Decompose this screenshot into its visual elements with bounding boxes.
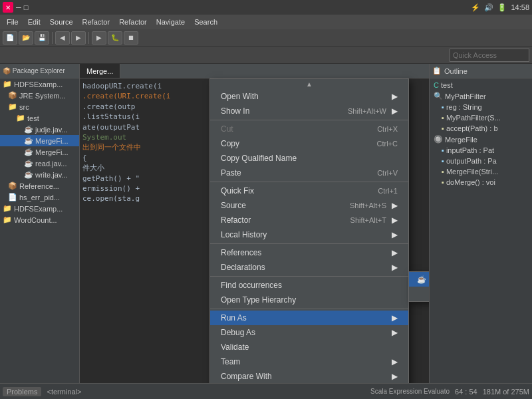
java-write-icon: ☕ — [24, 170, 33, 179]
menu-bar: File Edit Source Refactor Refactor Navig… — [0, 15, 532, 29]
toolbar-open-button[interactable]: 📂 — [19, 31, 33, 45]
tree-item-judje[interactable]: ☕ judje.jav... — [0, 124, 79, 135]
cm-refactor[interactable]: Refactor Shift+Alt+T ▶ — [210, 213, 408, 227]
outline-item-mypathfilter-ctor[interactable]: ▪ MyPathFilter(S... — [431, 112, 531, 123]
menu-navigate[interactable]: Navigate — [152, 17, 189, 27]
menu-edit[interactable]: Edit — [24, 17, 45, 27]
cm-run-as[interactable]: Run As ▶ — [210, 311, 408, 325]
cm-quick-fix[interactable]: Quick Fix Ctrl+1 — [210, 184, 408, 198]
java-file-icon-selected: ☕ — [24, 136, 33, 145]
tree-item-mergefile-selected[interactable]: ☕ MergeFi... — [0, 135, 79, 146]
run-configurations-item[interactable]: Run Configurations... — [409, 287, 429, 301]
tree-item-jresystem[interactable]: 📦 JRE System... — [0, 90, 79, 101]
cm-declarations[interactable]: Declarations ▶ — [210, 260, 408, 275]
tree-item-write[interactable]: ☕ write.jav... — [0, 169, 79, 180]
tree-item-src[interactable]: 📁 src — [0, 101, 79, 112]
outline-filter-icon: 🔍 — [434, 92, 443, 100]
cm-open-type-hierarchy[interactable]: Open Type Hierarchy — [210, 293, 408, 307]
status-coords: 64 : 54 — [455, 388, 477, 396]
outline-panel: 📋 Outline C test 🔍 MyPathFilter ▪ reg : … — [429, 64, 532, 383]
toolbar-new-button[interactable]: 📄 — [3, 31, 17, 45]
quick-access-input[interactable] — [450, 49, 529, 62]
menu-source[interactable]: Source — [46, 17, 77, 27]
toolbar-run-button[interactable]: ▶ — [92, 31, 106, 45]
battery-icon: 🔋 — [497, 3, 507, 12]
outline-item-mypathfilter[interactable]: 🔍 MyPathFilter — [431, 90, 531, 102]
package-icon: 📦 — [8, 91, 17, 100]
window-minimize-button[interactable]: ─ — [16, 3, 21, 11]
package-explorer-title: 📦 Package Explorer — [3, 67, 65, 74]
outline-merge-icon: 🔘 — [434, 135, 443, 144]
toolbar-debug-button[interactable]: 🐛 — [108, 31, 122, 45]
menu-refactor1[interactable]: Refactor — [78, 17, 114, 27]
folder-icon-2: 📁 — [3, 204, 12, 213]
editor-tab-bar: Merge... — [80, 64, 429, 78]
menu-refactor2[interactable]: Refactor — [115, 17, 151, 27]
outline-panel-header: 📋 Outline — [430, 64, 532, 78]
window-close-button[interactable]: ✕ — [3, 2, 13, 13]
ref-icon: 📦 — [8, 182, 17, 190]
outline-item-inputpath[interactable]: ▪ inputPath : Pat — [431, 145, 531, 156]
java-app-icon: ☕ — [417, 275, 426, 284]
cm-open-with[interactable]: Open With ▶ — [210, 89, 408, 104]
cm-copy[interactable]: Copy Ctrl+C — [210, 136, 408, 151]
context-menu-overlay: ▲ Open With ▶ Show In Shift+Alt+W ▶ Cut … — [209, 78, 409, 383]
quick-access-bar — [0, 47, 532, 64]
outline-item-accept[interactable]: ▪ accept(Path) : b — [431, 123, 531, 134]
tree-item-hdfsexamp2[interactable]: 📁 HDFSExamp... — [0, 203, 79, 214]
system-bar: ✕ ─ □ ⚡ 🔊 🔋 14:58 — [0, 0, 532, 15]
cm-sep-2 — [210, 182, 408, 182]
cm-find-occurrences[interactable]: Find occurrences — [210, 278, 408, 293]
cm-source[interactable]: Source Shift+Alt+S ▶ — [210, 198, 408, 213]
run-as-submenu: ☕ 1 Java Application Run Configurations.… — [408, 271, 429, 302]
outline-item-mergefile-ctor[interactable]: ▪ MergeFile(Stri... — [431, 166, 531, 177]
file-icon: 📄 — [8, 193, 17, 201]
editor-area: Merge... hadoopURI.create(i .create(URI.… — [80, 64, 429, 383]
problems-tab[interactable]: Problems — [3, 387, 41, 396]
bluetooth-icon: ⚡ — [471, 3, 480, 12]
tree-item-wordcount[interactable]: 📁 WordCount... — [0, 214, 79, 225]
folder-icon: 📁 — [3, 80, 12, 88]
bottom-panel: Problems <terminal> Scala Expression Eva… — [0, 383, 532, 399]
cm-show-in[interactable]: Show In Shift+Alt+W ▶ — [210, 104, 408, 118]
cm-sep-3 — [210, 243, 408, 244]
tree-item-hserr[interactable]: 📄 hs_err_pid... — [0, 192, 79, 203]
cm-local-history[interactable]: Local History ▶ — [210, 227, 408, 242]
toolbar-save-button[interactable]: 💾 — [35, 31, 49, 45]
menu-search[interactable]: Search — [190, 17, 221, 27]
tree-item-hdfsexamp1[interactable]: 📁 HDFSExamp... — [0, 78, 79, 90]
cm-team[interactable]: Team ▶ — [210, 354, 408, 369]
cm-paste[interactable]: Paste Ctrl+V — [210, 166, 408, 180]
toolbar-stop-button[interactable]: ⏹ — [124, 31, 138, 45]
tree-item-read[interactable]: ☕ read.jav... — [0, 158, 79, 169]
window-maximize-button[interactable]: □ — [24, 3, 29, 11]
menu-file[interactable]: File — [3, 17, 23, 27]
outline-item-mergefile[interactable]: 🔘 MergeFile — [431, 134, 531, 145]
cm-references[interactable]: References ▶ — [210, 245, 408, 260]
toolbar-separator-2 — [88, 32, 89, 44]
outline-item-outputpath[interactable]: ▪ outputPath : Pa — [431, 156, 531, 166]
cm-scroll-up[interactable]: ▲ — [210, 79, 408, 89]
tree-item-reference[interactable]: 📦 Reference... — [0, 180, 79, 192]
outline-item-domerge[interactable]: ▪ doMerge() : voi — [431, 177, 531, 188]
memory-status: 181M of 275M — [483, 388, 529, 396]
cm-debug-as[interactable]: Debug As ▶ — [210, 325, 408, 340]
tree-item-mergefile2[interactable]: ☕ MergeFi... — [0, 146, 79, 158]
cm-cut: Cut Ctrl+X — [210, 122, 408, 136]
package-explorer-panel: 📦 Package Explorer 📁 HDFSExamp... 📦 JRE … — [0, 64, 80, 383]
tree-item-test[interactable]: 📁 test — [0, 112, 79, 124]
cm-copy-qualified[interactable]: Copy Qualified Name — [210, 151, 408, 166]
toolbar-forward-button[interactable]: ▶ — [71, 31, 86, 45]
run-java-application-item[interactable]: ☕ 1 Java Application — [409, 272, 429, 287]
outline-item-reg[interactable]: ▪ reg : String — [431, 102, 531, 112]
editor-tab-merge[interactable]: Merge... — [80, 64, 120, 78]
cm-validate[interactable]: Validate — [210, 340, 408, 354]
outline-item-test[interactable]: C test — [431, 80, 531, 90]
outline-class-icon: C — [434, 81, 439, 89]
toolbar-back-button[interactable]: ◀ — [55, 31, 70, 45]
outline-outputpath-icon: ▪ — [442, 157, 444, 165]
cm-compare-with[interactable]: Compare With ▶ — [210, 369, 408, 383]
cm-sep-1 — [210, 120, 408, 120]
volume-icon: 🔊 — [484, 3, 493, 12]
java-file-icon-2: ☕ — [24, 148, 33, 156]
